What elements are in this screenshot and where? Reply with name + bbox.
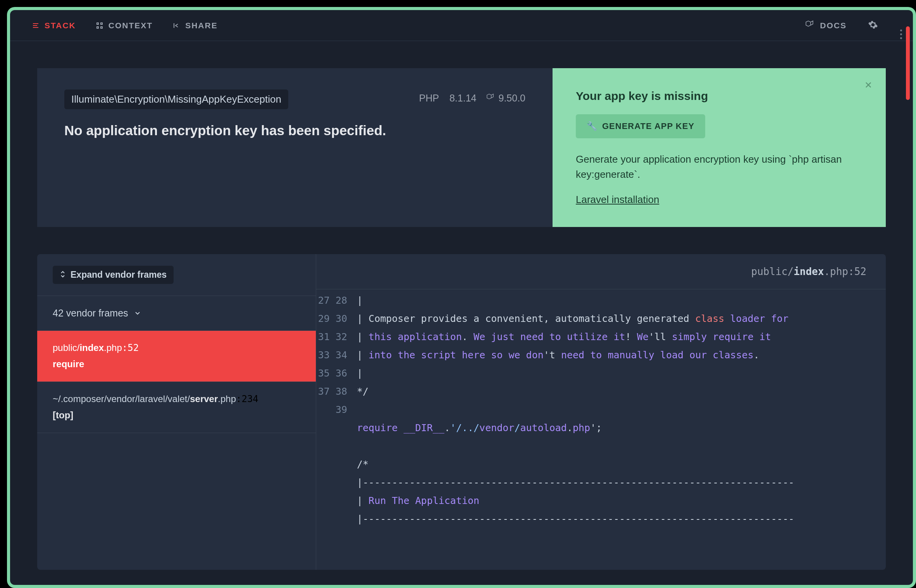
tab-label: CONTEXT <box>108 21 153 30</box>
versions: PHP 8.1.14 9.50.0 <box>419 93 525 104</box>
solution-description: Generate your application encryption key… <box>576 152 863 182</box>
solution-title: Your app key is missing <box>576 89 863 103</box>
php-version: PHP 8.1.14 <box>419 93 477 104</box>
frames-list: Expand vendor frames 42 vendor frames pu… <box>37 254 316 570</box>
hero: PHP 8.1.14 9.50.0 Illuminate\Encryption\… <box>37 68 886 227</box>
tab-share[interactable]: SHARE <box>172 21 218 30</box>
code-viewer: public/index.php:52 27 28 29 30 31 32 33… <box>316 254 886 570</box>
exception-class: Illuminate\Encryption\MissingAppKeyExcep… <box>64 89 288 109</box>
stack-panel: Expand vendor frames 42 vendor frames pu… <box>37 254 886 570</box>
expand-vendor-button[interactable]: Expand vendor frames <box>53 266 174 284</box>
vendor-count: 42 vendor frames <box>53 308 128 319</box>
stack-icon <box>31 21 40 30</box>
solution-link[interactable]: Laravel installation <box>576 194 659 205</box>
laravel-version: 9.50.0 <box>486 93 525 104</box>
docs-label: DOCS <box>820 21 847 30</box>
button-label: GENERATE APP KEY <box>602 121 694 131</box>
tab-label: STACK <box>45 21 76 30</box>
error-panel: PHP 8.1.14 9.50.0 Illuminate\Encryption\… <box>37 68 553 227</box>
laravel-icon <box>805 20 814 31</box>
wrench-icon: 🔧 <box>587 121 597 131</box>
context-icon <box>95 21 104 30</box>
code-area: 27 28 29 30 31 32 33 34 35 36 37 38 39 |… <box>316 289 886 570</box>
tab-context[interactable]: CONTEXT <box>95 21 153 30</box>
vendor-frames-toggle[interactable]: 42 vendor frames <box>37 296 316 331</box>
docs-link[interactable]: DOCS <box>805 20 847 31</box>
gear-icon[interactable] <box>868 20 878 31</box>
tab-stack[interactable]: STACK <box>31 21 76 30</box>
share-icon <box>172 21 181 30</box>
laravel-icon <box>486 93 494 104</box>
expand-label: Expand vendor frames <box>71 270 167 280</box>
tab-label: SHARE <box>185 21 218 30</box>
stack-frame[interactable]: ~/.composer/vendor/laravel/valet/server.… <box>37 382 316 433</box>
error-title: No application encryption key has been s… <box>64 123 525 138</box>
close-icon[interactable]: ✕ <box>864 80 872 91</box>
line-gutter: 27 28 29 30 31 32 33 34 35 36 37 38 39 <box>316 291 357 570</box>
generate-key-button[interactable]: 🔧 GENERATE APP KEY <box>576 114 705 138</box>
chevron-down-icon <box>134 308 141 319</box>
scroll-indicator[interactable] <box>906 26 910 100</box>
topbar: STACK CONTEXT SHARE DOCS <box>10 10 913 41</box>
stack-frame[interactable]: public/index.php:52 require <box>37 331 316 382</box>
overflow-menu-icon[interactable] <box>900 29 902 39</box>
solution-panel: ✕ Your app key is missing 🔧 GENERATE APP… <box>553 68 886 227</box>
expand-icon <box>60 270 66 280</box>
file-path-header: public/index.php:52 <box>316 254 886 289</box>
code-lines: | | Composer provides a convenient, auto… <box>357 291 886 570</box>
